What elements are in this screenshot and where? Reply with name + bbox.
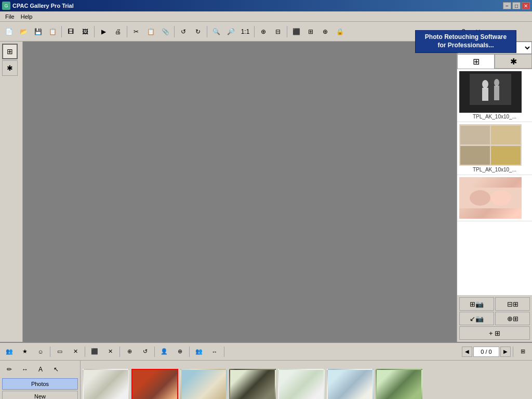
cut-button[interactable]: ✂ (129, 25, 143, 38)
tool-select[interactable]: ⊞ (2, 44, 18, 59)
filmstrip-button[interactable]: 🎞 (64, 25, 77, 38)
page-display: 0 / 0 (473, 347, 499, 357)
template-action-3[interactable]: ↙📷 (459, 312, 494, 325)
thumbnail-image (180, 369, 227, 399)
add-photo-button[interactable]: ⊕ (122, 345, 137, 358)
thumbnail-image (278, 369, 325, 399)
template-item[interactable]: TPL_AK_10x10_... (457, 122, 532, 175)
copy-button[interactable]: 📋 (144, 25, 157, 38)
people-button[interactable]: 👥 (2, 345, 17, 358)
close-button[interactable]: ✕ (522, 2, 530, 9)
thumbnail-item[interactable]: Cpac007.jpg (376, 369, 422, 399)
thumbnail-item[interactable]: Cpac001.jpg (83, 369, 129, 399)
thumbnail-item[interactable]: Cpac005.jpg (278, 369, 325, 399)
template-list[interactable]: TPL_AK_10x10_... TPL_AK_10x10_... (457, 69, 532, 295)
template-action-5[interactable]: + ⊞ (459, 326, 530, 340)
effects-button[interactable]: ⊕ (318, 25, 332, 38)
separator-4 (174, 26, 175, 37)
menu-help[interactable]: Help (18, 12, 36, 21)
crop-bt-button[interactable]: ⬛ (87, 345, 102, 358)
zoom-out-button[interactable]: 🔎 (224, 25, 237, 38)
thumbnail-item[interactable]: Cpac004.jpg (229, 369, 276, 399)
template-action-2[interactable]: ⊟⊞ (495, 297, 530, 311)
paint-tool[interactable]: ✏ (2, 363, 17, 376)
thumbnail-sidebar: ✏ ↔ A ↖ Photos New (0, 361, 81, 399)
template-label: TPL_AK_10x10_... (459, 167, 530, 172)
canvas-area (23, 42, 457, 342)
bottom-content: ✏ ↔ A ↖ Photos New Cpac001.jpgCpac002.jp… (0, 361, 532, 399)
open-button[interactable]: 📂 (17, 25, 30, 38)
rotate-bt-button[interactable]: ↺ (138, 345, 152, 358)
play-button[interactable]: ▶ (97, 25, 110, 38)
template-action-1[interactable]: ⊞📷 (459, 297, 494, 311)
app-icon: G (2, 2, 10, 10)
separator-6 (254, 26, 255, 37)
template-thumbnail (459, 124, 522, 166)
zoom-in-button[interactable]: 🔍 (209, 25, 223, 38)
swap-button[interactable]: ↔ (207, 345, 222, 358)
maximize-button[interactable]: □ (512, 2, 521, 9)
template-thumbnail (459, 71, 522, 113)
remove-button[interactable]: ✕ (68, 345, 83, 358)
menu-file[interactable]: File (2, 12, 18, 21)
face-button[interactable]: ☺ (33, 345, 48, 358)
rotate-left-button[interactable]: ↺ (177, 25, 190, 38)
save-as-button[interactable]: 📋 (46, 25, 59, 38)
template-panel: 10x10 Size Templates 8x10 Size Templates… (457, 42, 532, 342)
size-button[interactable]: ⊟ (271, 25, 285, 38)
svg-rect-1 (470, 74, 511, 105)
adjust-button[interactable]: ⊕ (172, 345, 187, 358)
print-button[interactable]: 🖨 (111, 25, 125, 38)
crop-button[interactable]: ⬛ (289, 25, 303, 38)
filmstrip-view[interactable]: ▭ (52, 345, 67, 358)
text-tool[interactable]: A (33, 363, 48, 376)
photos-folder[interactable]: Photos (2, 378, 78, 390)
separator-bt4 (154, 347, 155, 357)
ratio-button[interactable]: 1:1 (238, 25, 252, 38)
tab-grid[interactable]: ⊞ (457, 54, 495, 69)
transform-button[interactable]: ⊞ (304, 25, 317, 38)
separator-7 (287, 26, 287, 37)
lock-button[interactable]: 🔒 (333, 25, 347, 38)
separator-bt5 (189, 347, 190, 357)
template-actions: ⊞📷 ⊟⊞ ↙📷 ⊕⊞ + ⊞ (457, 295, 532, 342)
separator-bt2 (85, 347, 85, 357)
paste-button[interactable]: 📎 (158, 25, 172, 38)
view-button[interactable]: 🖼 (78, 25, 92, 38)
template-item[interactable] (457, 175, 532, 221)
faces-button[interactable]: 👥 (192, 345, 206, 358)
cross-button[interactable]: ✕ (103, 345, 117, 358)
svg-rect-3 (482, 88, 488, 101)
template-tabs: ⊞ ✱ (457, 54, 532, 69)
thumbnail-item[interactable]: Cpac002.jpg (131, 369, 178, 399)
next-page-button[interactable]: ▶ (500, 347, 511, 357)
brand-line1: Photo Retouching Software (425, 33, 507, 42)
brand-banner: Photo Retouching Software for Profession… (415, 30, 516, 53)
template-action-4[interactable]: ⊕⊞ (495, 312, 530, 325)
title-bar: G CPAC Gallery Pro Trial − □ ✕ (0, 0, 532, 11)
thumbnail-item[interactable]: Cpac006.jpg (327, 369, 374, 399)
thumbnail-strip[interactable]: Cpac001.jpgCpac002.jpgCpac003.jpgCpac004… (81, 361, 532, 399)
template-item[interactable]: TPL_AK_10x10_... (457, 69, 532, 122)
rotate-right-button[interactable]: ↻ (191, 25, 205, 38)
prev-page-button[interactable]: ◀ (462, 347, 472, 357)
separator-bt6 (224, 347, 224, 357)
new-folder[interactable]: New (2, 391, 78, 399)
save-button[interactable]: 💾 (31, 25, 45, 38)
separator-5 (207, 26, 207, 37)
minimize-button[interactable]: − (503, 2, 511, 9)
position-button[interactable]: ⊕ (257, 25, 270, 38)
new-button[interactable]: 📄 (2, 25, 16, 38)
star-button[interactable]: ★ (18, 345, 32, 358)
separator-1 (61, 26, 62, 37)
tool-special[interactable]: ✱ (2, 60, 18, 76)
brand-line2: for Professionals... (425, 42, 507, 50)
tab-star[interactable]: ✱ (495, 54, 532, 69)
face2-button[interactable]: 👤 (157, 345, 171, 358)
thumbnail-item[interactable]: Cpac003.jpg (180, 369, 227, 399)
template-thumbnail (459, 177, 522, 219)
move-tool[interactable]: ↔ (18, 363, 32, 376)
separator-3 (127, 26, 127, 37)
cursor-tool[interactable]: ↖ (49, 363, 63, 376)
grid-view-button[interactable]: ⊞ (515, 345, 530, 358)
